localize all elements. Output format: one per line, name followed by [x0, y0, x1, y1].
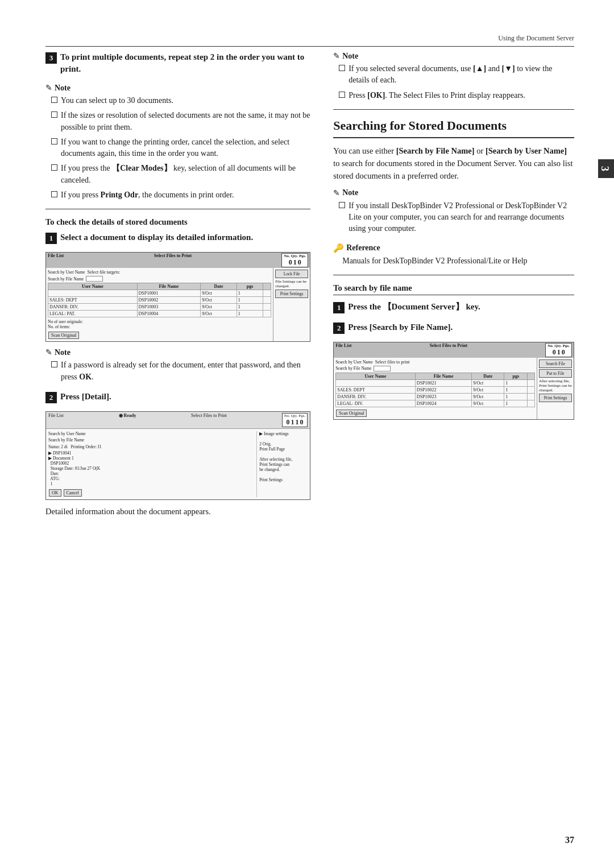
search-input[interactable]	[86, 276, 103, 282]
search2-input[interactable]	[374, 366, 391, 371]
left-column: 3 To print multiple documents, repeat st…	[45, 51, 310, 523]
detail-caption: Detailed information about the document …	[45, 506, 310, 518]
screen-toolbar-center: Select Files to Print	[154, 253, 192, 267]
cell-date: 9/Oct	[472, 386, 504, 393]
detail-file-info: Status: 2 di Printing Order: J1 ▶ DSP100…	[48, 444, 254, 486]
note-1-section: ✎ Note You can select up to 30 documents…	[45, 83, 310, 201]
screen-sidebar-2: Search File Put to File After selecting …	[537, 358, 574, 419]
detail-digit-3: 1	[295, 419, 298, 426]
checkbox-icon	[339, 92, 345, 98]
scan-original-label[interactable]: Scan Original	[48, 332, 79, 339]
scan-original-label-2[interactable]: Scan Original	[336, 410, 367, 417]
cell-pgs: 1	[504, 393, 528, 400]
note-1-header: ✎ Note	[45, 83, 310, 93]
detail-toolbar-right: Select Files to Print	[191, 413, 227, 427]
cell-extra	[528, 400, 535, 407]
sidebar-note: File Settings can be changed.	[275, 279, 308, 288]
table-row[interactable]: LEGAL: DIV. DSP10024 9/Oct 1	[336, 400, 535, 407]
step-r2-text: Press [Search by File Name].	[348, 321, 453, 333]
note-4-section: ✎ Note If you install DeskTopBinder V2 P…	[333, 188, 574, 235]
detail-toolbar-center: ◉ Ready	[119, 413, 136, 427]
step-r1-text: Press the 【Document Server】 key.	[348, 301, 480, 313]
detail-body: Search by User Name Search by File Name …	[46, 429, 310, 499]
search-row-1: Search by User Name Select file targets:	[48, 270, 271, 275]
scan-original-btn-2[interactable]: Scan Original	[335, 409, 535, 418]
cell-extra	[263, 290, 271, 297]
scan-original-btn[interactable]: Scan Original	[48, 331, 271, 340]
table-row[interactable]: DSP10001 9/Oct 1	[48, 290, 271, 297]
put-to-file-btn[interactable]: Put to File	[539, 369, 572, 378]
table-header-extra	[263, 283, 271, 290]
screen2-counter-box: No. Qty. Pgs. 0 1 0	[545, 343, 572, 357]
reference-icon: 🔑	[333, 243, 344, 253]
cell-extra	[528, 386, 535, 393]
detail-counter-row: 0 1 1 0	[286, 419, 303, 426]
note-4-items: If you install DeskTopBinder V2 Professi…	[333, 200, 574, 235]
detail-counter-box: No. Qty. Pgs. 0 1 1 0	[282, 413, 308, 427]
note-item-text: If you press the 【Clear Modes】 key, sele…	[61, 163, 310, 186]
table-header-user: User Name	[48, 283, 138, 290]
subhead-check-details: To check the details of stored documents	[45, 217, 310, 227]
screen-table-2: User Name File Name Date pgs	[335, 373, 535, 407]
table2-header-file: File Name	[415, 373, 471, 379]
table-row[interactable]: DSP10021 9/Oct 1	[336, 379, 535, 386]
page-header: Using the Document Server	[45, 34, 574, 47]
screen-sidebar-1: Lock File File Settings can be changed. …	[273, 268, 310, 341]
search-file-btn[interactable]: Search File	[539, 359, 572, 368]
step-r2-number: 2	[333, 323, 345, 334]
note-item-text: If you press Printg Odr, the documents i…	[61, 189, 234, 201]
divider-3	[333, 275, 574, 275]
search-label-2: Search by File Name	[48, 276, 84, 282]
reference-title: Reference	[346, 243, 380, 253]
detail-search-row: Search by User Name	[48, 431, 254, 436]
table-row[interactable]: LEGAL: PAT. DSP10004 9/Oct 1	[48, 311, 271, 317]
screen-caption-1: No of user originals:No. of items:	[48, 319, 83, 329]
cell-user: LEGAL: PAT.	[48, 311, 138, 317]
step-r1-header: 1 Press the 【Document Server】 key.	[333, 301, 574, 313]
detail-digit-1: 0	[286, 419, 289, 426]
search-val-1: Select file targets:	[88, 270, 121, 275]
table-row[interactable]: SALES: DEPT DSP10022 9/Oct 1	[336, 386, 535, 393]
detail-toolbar-left: File List	[48, 413, 64, 427]
counter2-digit-pgs: 0	[562, 349, 565, 356]
counter2-digit-qty: 1	[557, 349, 561, 356]
note-item: If you press Printg Odr, the documents i…	[51, 189, 310, 201]
cell-date: 9/Oct	[472, 379, 504, 386]
note-3-title: Note	[342, 52, 358, 61]
table-row[interactable]: DANSFR: DIV. DSP10003 9/Oct 1	[48, 304, 271, 311]
cell-date: 9/Oct	[201, 290, 237, 297]
sub-section-title: To search by file name	[333, 283, 574, 295]
cancel-button[interactable]: Cancel	[64, 489, 82, 497]
note-1-title: Note	[55, 84, 70, 93]
cell-file: DSP10021	[415, 379, 471, 386]
detail-right-panel: ▶ Image settings 2 Orig. Print Full Page…	[256, 431, 308, 497]
note-4-header: ✎ Note	[333, 188, 574, 198]
cell-file: DSP10022	[415, 386, 471, 393]
search2-row-2: Search by File Name	[335, 366, 535, 371]
table-row[interactable]: DANSFR: DIV. DSP10023 9/Oct 1	[336, 393, 535, 400]
note-item-text: If a password is already set for the doc…	[61, 359, 310, 383]
note-2-section: ✎ Note If a password is already set for …	[45, 348, 310, 383]
lock-file-btn[interactable]: Lock File	[275, 270, 308, 278]
print-settings-btn-2[interactable]: Print Settings	[539, 394, 572, 402]
search2-label-2: Search by File Name	[335, 366, 371, 371]
cell-pgs: 1	[237, 304, 263, 311]
header-title: Using the Document Server	[498, 34, 574, 43]
step-1-header: 1 Select a document to display its detai…	[45, 232, 310, 244]
cell-user: SALES: DEPT	[48, 297, 138, 304]
two-column-layout: 3 To print multiple documents, repeat st…	[45, 51, 574, 523]
cell-pgs: 1	[237, 311, 263, 317]
note-item: Press [OK]. The Select Files to Print di…	[339, 90, 574, 101]
screen-top-bar-1: File List Select Files to Print No. Qty.…	[46, 253, 310, 268]
step-1-block: 1 Select a document to display its detai…	[45, 232, 310, 244]
step-r1-block: 1 Press the 【Document Server】 key.	[333, 301, 574, 313]
cell-file: DSP10024	[415, 400, 471, 407]
print-settings-btn[interactable]: Print Settings	[275, 290, 308, 298]
table2-header-extra	[528, 373, 535, 379]
screen-counter-box: No. Qty. Pgs. 0 1 0	[281, 253, 308, 267]
table-row[interactable]: SALES: DEPT DSP10002 9/Oct 1	[48, 297, 271, 304]
detail-left-panel: Search by User Name Search by File Name …	[48, 431, 254, 497]
ok-button[interactable]: OK	[49, 489, 61, 497]
cell-pgs: 1	[237, 290, 263, 297]
checkbox-icon	[51, 191, 57, 197]
